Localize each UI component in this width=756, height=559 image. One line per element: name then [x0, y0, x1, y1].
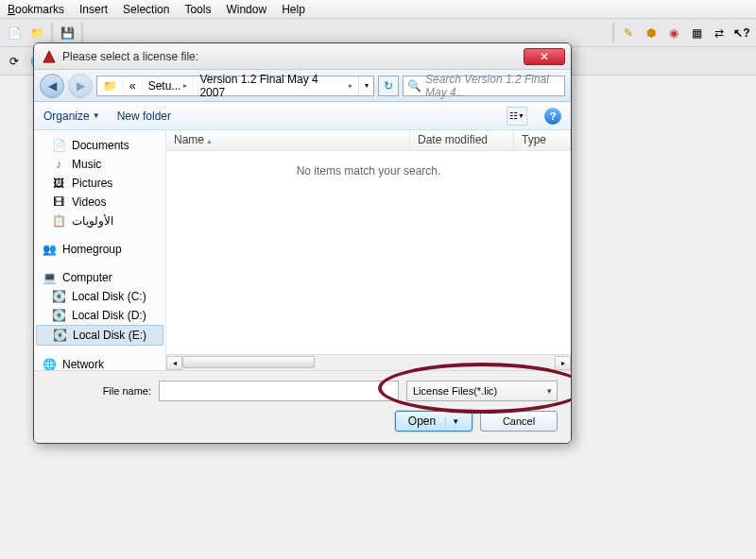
file-open-dialog: Please select a license file: ✕ ◀ ▶ 📁 « …: [33, 42, 572, 444]
documents-icon: 📄: [51, 138, 66, 153]
nav-disk-c[interactable]: 💽Local Disk (C:): [34, 287, 165, 306]
column-headers[interactable]: Name▲ Date modified Type: [166, 130, 571, 151]
address-bar[interactable]: 📁 « Setu...▸ Version 1.2 Final May 4 200…: [96, 76, 374, 96]
file-icon: 📋: [51, 213, 66, 229]
new-folder-button[interactable]: New folder: [117, 110, 171, 123]
disk-icon: 💽: [51, 289, 66, 304]
command-bar: Organize▼ New folder ☷ ▼ ?: [34, 102, 571, 130]
folder-icon: 📁: [97, 76, 124, 95]
organize-menu[interactable]: Organize▼: [43, 110, 100, 123]
scroll-left-button[interactable]: ◂: [166, 356, 182, 370]
toolbar-icon[interactable]: ▦: [686, 23, 707, 43]
nav-disk-e[interactable]: 💽Local Disk (E:): [36, 325, 163, 346]
nav-videos[interactable]: 🎞Videos: [34, 193, 165, 212]
menu-tools[interactable]: Tools: [179, 1, 216, 18]
refresh-button[interactable]: ↻: [378, 76, 399, 96]
nav-disk-d[interactable]: 💽Local Disk (D:): [34, 306, 165, 325]
search-input[interactable]: 🔍 Search Version 1.2 Final May 4...: [403, 76, 565, 96]
toolbar-icon[interactable]: 📄: [4, 23, 25, 43]
breadcrumb-seg[interactable]: Setu...▸: [143, 76, 195, 95]
col-name[interactable]: Name▲: [166, 130, 410, 150]
toolbar-icon[interactable]: ⟳: [4, 51, 25, 72]
col-date[interactable]: Date modified: [410, 130, 514, 150]
file-list: Name▲ Date modified Type No items match …: [166, 130, 571, 370]
scroll-thumb[interactable]: [182, 356, 315, 368]
nav-pictures[interactable]: 🖼Pictures: [34, 174, 165, 193]
scroll-track[interactable]: [182, 356, 555, 370]
pictures-icon: 🖼: [51, 176, 66, 191]
breadcrumb-back[interactable]: «: [124, 76, 143, 95]
dialog-title: Please select a license file:: [62, 50, 524, 63]
scroll-right-button[interactable]: ▸: [555, 356, 571, 370]
menu-help[interactable]: Help: [276, 1, 311, 18]
close-button[interactable]: ✕: [524, 48, 565, 65]
menu-insert[interactable]: Insert: [74, 1, 113, 18]
nav-homegroup[interactable]: 👥Homegroup: [34, 240, 165, 259]
search-icon: 🔍: [407, 79, 421, 93]
toolbar-icon[interactable]: ✎: [618, 23, 639, 43]
network-icon: 🌐: [42, 357, 57, 370]
sort-arrow-icon: ▲: [206, 138, 213, 144]
disk-icon: 💽: [51, 308, 66, 323]
view-options-button[interactable]: ☷ ▼: [507, 107, 527, 126]
col-type[interactable]: Type: [514, 130, 571, 150]
disk-icon: 💽: [52, 328, 67, 343]
menu-selection[interactable]: Selection: [117, 1, 175, 18]
nav-network[interactable]: 🌐Network: [34, 355, 165, 370]
nav-computer[interactable]: 💻Computer: [34, 268, 165, 287]
nav-documents[interactable]: 📄Documents: [34, 136, 165, 155]
navigation-pane[interactable]: 📄Documents ♪Music 🖼Pictures 🎞Videos 📋الأ…: [34, 130, 166, 370]
homegroup-icon: 👥: [42, 242, 57, 257]
filename-input[interactable]: [159, 381, 399, 401]
toolbar-icon[interactable]: ↖?: [731, 23, 752, 43]
toolbar-icon[interactable]: ⬢: [641, 23, 662, 43]
nav-toolbar: ◀ ▶ 📁 « Setu...▸ Version 1.2 Final May 4…: [34, 70, 571, 102]
toolbar-icon[interactable]: 💾: [57, 23, 77, 43]
toolbar-icon[interactable]: ⇄: [709, 23, 730, 43]
computer-icon: 💻: [42, 270, 57, 285]
nav-arabic[interactable]: 📋الأولويات: [34, 212, 165, 230]
music-icon: ♪: [51, 157, 66, 172]
help-button[interactable]: ?: [544, 108, 561, 125]
app-menubar: Bookmarks Insert Selection Tools Window …: [0, 0, 756, 19]
open-button[interactable]: Open▼: [395, 411, 472, 432]
horizontal-scrollbar[interactable]: ◂ ▸: [166, 354, 571, 370]
cancel-button[interactable]: Cancel: [480, 411, 558, 432]
address-dropdown[interactable]: ▾: [358, 76, 373, 95]
toolbar-icon[interactable]: 📁: [26, 23, 47, 43]
filetype-filter-dropdown[interactable]: License Files(*.lic): [406, 381, 558, 401]
empty-message: No items match your search.: [166, 151, 571, 354]
titlebar[interactable]: Please select a license file: ✕: [34, 43, 571, 70]
nav-music[interactable]: ♪Music: [34, 155, 165, 174]
app-icon: [42, 49, 57, 64]
breadcrumb-seg[interactable]: Version 1.2 Final May 4 2007▸: [194, 76, 358, 95]
forward-button[interactable]: ▶: [68, 74, 93, 98]
menu-bookmarks[interactable]: Bookmarks: [2, 1, 70, 18]
back-button[interactable]: ◀: [40, 74, 64, 98]
toolbar-icon[interactable]: ◉: [663, 23, 684, 43]
dialog-footer: File name: License Files(*.lic) Open▼ Ca…: [34, 370, 571, 443]
dialog-body: 📄Documents ♪Music 🖼Pictures 🎞Videos 📋الأ…: [34, 130, 571, 370]
menu-window[interactable]: Window: [220, 1, 272, 18]
videos-icon: 🎞: [51, 195, 66, 210]
filename-label: File name:: [47, 385, 151, 397]
